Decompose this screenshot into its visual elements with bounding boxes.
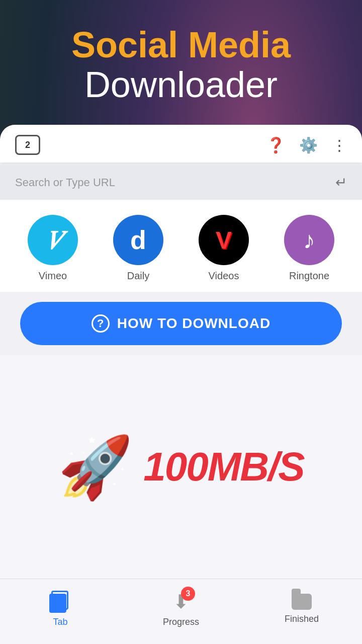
nav-progress[interactable]: ⬇ 3 Progress [121, 591, 241, 627]
nav-tab[interactable]: Tab [0, 591, 121, 627]
videos-label: Videos [209, 270, 239, 282]
title-line1: Social Media [10, 25, 352, 65]
title-line2: Downloader [10, 65, 352, 105]
more-icon[interactable]: ⋮ [332, 136, 347, 154]
app-shortcuts-row: 𝑉 Vimeo d Daily V Videos ♪ Ri [0, 200, 362, 292]
search-bar[interactable]: Search or Type URL ↵ [0, 165, 362, 200]
shortcut-daily[interactable]: d Daily [113, 215, 163, 282]
help-icon[interactable]: ❓ [266, 136, 285, 154]
shortcut-ringtone[interactable]: ♪ Ringtone [284, 215, 334, 282]
how-to-help-icon: ? [92, 314, 110, 333]
nav-progress-label: Progress [163, 617, 199, 627]
how-to-label: HOW TO DOWNLOAD [117, 315, 270, 332]
speed-value: 100MB/S [143, 444, 304, 490]
header: Social Media Downloader [0, 0, 362, 120]
folder-icon [292, 594, 312, 610]
speed-section: 🚀 100MB/S [0, 355, 362, 579]
ringtone-icon: ♪ [284, 215, 334, 265]
rocket-icon: 🚀 [58, 437, 133, 497]
vimeo-label: Vimeo [39, 270, 67, 282]
app-content: Social Media Downloader 2 ❓ ⚙️ ⋮ Search … [0, 0, 362, 644]
daily-label: Daily [127, 270, 149, 282]
browser-bar: 2 ❓ ⚙️ ⋮ [0, 125, 362, 163]
tab-icon [49, 591, 71, 613]
how-to-download-button[interactable]: ? HOW TO DOWNLOAD [20, 302, 342, 345]
shortcut-vimeo[interactable]: 𝑉 Vimeo [28, 215, 78, 282]
bottom-nav: Tab ⬇ 3 Progress Finished [0, 579, 362, 644]
main-card: 2 ❓ ⚙️ ⋮ Search or Type URL ↵ 𝑉 Vimeo d [0, 125, 362, 644]
vimeo-icon: 𝑉 [28, 215, 78, 265]
search-input[interactable]: Search or Type URL [15, 176, 335, 189]
nav-finished-label: Finished [285, 614, 319, 624]
enter-icon: ↵ [335, 174, 347, 191]
progress-badge-wrapper: ⬇ 3 [173, 591, 189, 613]
ringtone-label: Ringtone [289, 270, 329, 282]
nav-tab-label: Tab [53, 617, 67, 627]
progress-badge: 3 [181, 587, 195, 601]
settings-icon[interactable]: ⚙️ [299, 136, 318, 154]
shortcut-videos[interactable]: V Videos [199, 215, 249, 282]
browser-icons: ❓ ⚙️ ⋮ [266, 136, 347, 154]
daily-icon: d [113, 215, 163, 265]
tab-count[interactable]: 2 [15, 135, 40, 155]
nav-finished[interactable]: Finished [241, 594, 362, 624]
videos-icon: V [199, 215, 249, 265]
